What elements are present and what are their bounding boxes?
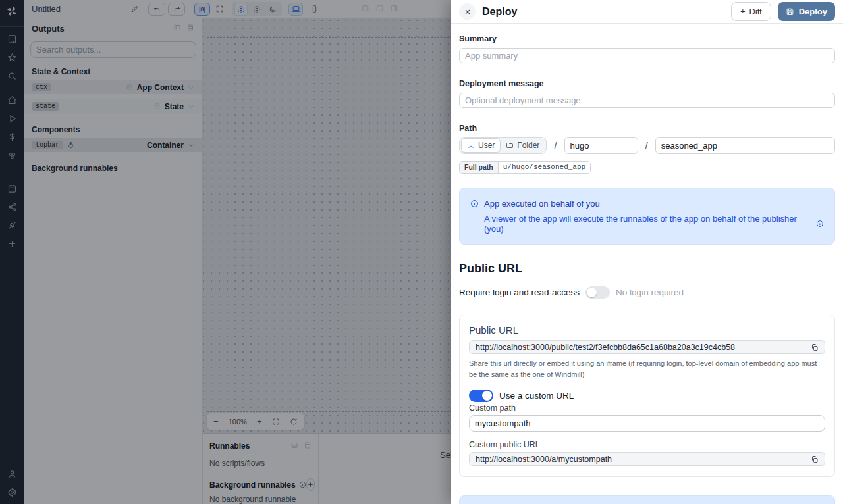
summary-label: Summary xyxy=(459,34,835,43)
info-icon xyxy=(816,220,824,228)
diff-button[interactable]: ± Diff xyxy=(731,2,771,21)
owner-kind-toggle: User Folder xyxy=(459,137,547,154)
infobox-title: App executed on behalf of you xyxy=(484,199,600,209)
drawer-title: Deploy xyxy=(482,6,724,18)
require-login-status: No login required xyxy=(616,288,684,297)
public-url-heading: Public URL xyxy=(459,262,835,276)
public-url-card: Public URL http://localhost:3000/public/… xyxy=(459,315,835,477)
path-name-input[interactable] xyxy=(655,137,835,154)
info-icon xyxy=(470,199,479,208)
public-url-field: http://localhost:3000/public/test2/f3efc… xyxy=(469,340,825,354)
public-url-value: http://localhost:3000/public/test2/f3efc… xyxy=(476,343,811,352)
deployment-message-label: Deployment message xyxy=(459,79,835,88)
path-owner-input[interactable] xyxy=(564,137,638,154)
executed-on-behalf-infobox: App executed on behalf of you A viewer o… xyxy=(459,188,835,245)
require-login-toggle[interactable] xyxy=(585,286,610,299)
public-url-label: Public URL xyxy=(469,324,825,336)
custom-public-url-field: http://localhost:3000/a/mycustompath xyxy=(469,452,825,466)
plus-minus-icon: ± xyxy=(740,7,745,16)
summary-input[interactable] xyxy=(459,48,835,63)
full-path-badge: Full path u/hugo/seasoned_app xyxy=(459,161,591,174)
save-icon xyxy=(786,7,794,16)
user-icon xyxy=(467,141,475,149)
custom-public-url-value: http://localhost:3000/a/mycustompath xyxy=(476,455,811,464)
path-separator: / xyxy=(554,140,557,151)
full-path-value: u/hugo/seasoned_app xyxy=(499,162,590,173)
app-window: Untitled |0| xyxy=(0,0,843,504)
use-custom-url-toggle[interactable] xyxy=(469,390,493,402)
custom-path-label: Custom path xyxy=(469,403,825,413)
deploy-button[interactable]: Deploy xyxy=(778,2,835,21)
owner-kind-user[interactable]: User xyxy=(461,138,501,153)
custom-public-url-label: Custom public URL xyxy=(469,440,825,449)
require-login-label: Require login and read-access xyxy=(459,288,580,297)
copy-icon[interactable] xyxy=(811,455,819,463)
use-custom-url-label: Use a custom URL xyxy=(499,391,574,401)
deployment-message-input[interactable] xyxy=(459,93,835,108)
full-path-label: Full path xyxy=(460,162,499,173)
section-divider xyxy=(451,486,843,486)
infobox-body: A viewer of the app will execute the run… xyxy=(484,214,812,234)
path-separator: / xyxy=(645,140,648,151)
owner-kind-folder[interactable]: Folder xyxy=(501,138,545,153)
deploy-drawer: Deploy ± Diff Deploy Summary Deployment … xyxy=(451,0,843,504)
close-icon[interactable] xyxy=(459,3,476,20)
folder-icon xyxy=(506,141,514,149)
copy-icon[interactable] xyxy=(811,343,819,351)
latest-deploy-infobox: Only latest deployed app is publicly ava… xyxy=(459,495,835,504)
custom-path-input[interactable] xyxy=(469,415,825,432)
share-hint: Share this url directly or embed it usin… xyxy=(469,358,825,380)
path-label: Path xyxy=(459,124,835,133)
